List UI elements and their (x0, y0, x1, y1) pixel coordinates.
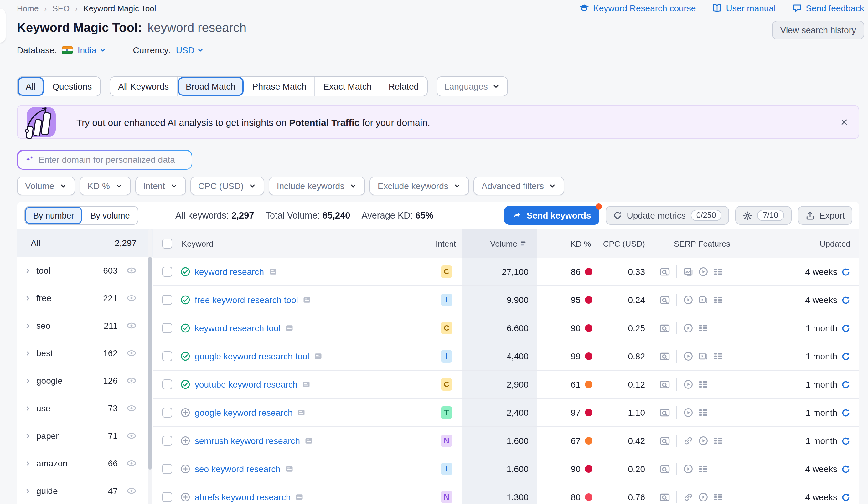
list-icon[interactable] (698, 464, 708, 474)
serp-preview-mini-icon[interactable] (297, 408, 306, 417)
column-cpc[interactable]: CPC (USD) (596, 239, 656, 248)
keyword-link[interactable]: seo keyword research (195, 464, 281, 474)
refresh-icon[interactable] (841, 351, 850, 361)
row-checkbox[interactable] (162, 267, 172, 277)
refresh-icon[interactable] (841, 436, 850, 445)
tab-phrase-match[interactable]: Phrase Match (244, 77, 315, 96)
row-checkbox[interactable] (162, 408, 172, 418)
filter-cpc-usd-[interactable]: CPC (USD) (190, 177, 264, 195)
header-link-send-feedback[interactable]: Send feedback (792, 3, 864, 13)
settings-button[interactable]: 7/10 (735, 206, 791, 225)
toggle-by-volume[interactable]: By volume (82, 207, 138, 224)
sidebar-item-use[interactable]: use73 (17, 395, 153, 422)
eye-icon[interactable] (126, 321, 136, 330)
send-keywords-button[interactable]: Send keywords (504, 206, 599, 225)
row-checkbox[interactable] (162, 379, 172, 389)
database-select[interactable]: India (78, 45, 107, 55)
keyword-link[interactable]: google keyword research (195, 408, 293, 418)
check-circle-icon[interactable] (180, 323, 190, 333)
update-metrics-button[interactable]: Update metrics 0/250 (606, 206, 729, 225)
languages-dropdown[interactable]: Languages (436, 76, 508, 96)
serp-preview-mini-icon[interactable] (285, 464, 294, 473)
serp-preview-mini-icon[interactable] (302, 380, 311, 389)
filter-exclude-keywords[interactable]: Exclude keywords (370, 177, 469, 195)
serp-preview-mini-icon[interactable] (314, 352, 322, 361)
sidebar-scrollbar-thumb[interactable] (148, 257, 152, 470)
list-icon[interactable] (713, 492, 723, 502)
tab-broad-match[interactable]: Broad Match (177, 77, 244, 96)
header-link-keyword-research-course[interactable]: Keyword Research course (579, 3, 696, 13)
row-checkbox[interactable] (162, 436, 172, 446)
link-icon[interactable] (683, 436, 693, 446)
header-link-user-manual[interactable]: User manual (712, 3, 776, 13)
filter-volume[interactable]: Volume (17, 177, 75, 195)
serp-preview-icon[interactable] (660, 464, 670, 474)
check-circle-icon[interactable] (180, 379, 190, 389)
sidebar-item-tool[interactable]: tool603 (17, 257, 153, 284)
refresh-icon[interactable] (841, 464, 850, 474)
refresh-icon[interactable] (841, 492, 850, 502)
row-checkbox[interactable] (162, 351, 172, 361)
keyword-link[interactable]: youtube keyword research (195, 379, 298, 389)
sidebar-item-paper[interactable]: paper71 (17, 422, 153, 450)
domain-input[interactable] (39, 155, 185, 165)
row-checkbox[interactable] (162, 323, 172, 333)
sidebar-item-amazon[interactable]: amazon66 (17, 450, 153, 477)
serp-preview-icon[interactable] (660, 295, 670, 305)
currency-select[interactable]: USD (176, 45, 205, 55)
video-carousel-icon[interactable] (698, 295, 708, 305)
video-icon[interactable] (683, 408, 693, 418)
refresh-icon[interactable] (841, 408, 850, 417)
video-icon[interactable] (683, 351, 693, 361)
eye-icon[interactable] (126, 403, 136, 413)
serp-preview-mini-icon[interactable] (304, 437, 313, 445)
export-button[interactable]: Export (797, 206, 852, 225)
link-icon[interactable] (683, 492, 693, 502)
eye-icon[interactable] (126, 265, 136, 275)
toggle-by-number[interactable]: By number (25, 207, 82, 224)
filter-advanced-filters[interactable]: Advanced filters (474, 177, 565, 195)
plus-circle-icon[interactable] (180, 436, 190, 446)
video-icon[interactable] (683, 464, 693, 474)
video-icon[interactable] (683, 323, 693, 333)
eye-icon[interactable] (126, 376, 136, 386)
plus-circle-icon[interactable] (180, 464, 190, 474)
keyword-link[interactable]: keyword research (195, 267, 264, 277)
eye-icon[interactable] (126, 293, 136, 303)
list-icon[interactable] (713, 351, 723, 361)
tab-all[interactable]: All (18, 77, 44, 96)
sidebar-item-guide[interactable]: guide47 (17, 477, 153, 504)
list-icon[interactable] (713, 295, 723, 305)
serp-preview-icon[interactable] (660, 407, 670, 418)
list-icon[interactable] (713, 267, 723, 277)
sidebar-item-google[interactable]: google126 (17, 367, 153, 395)
eye-icon[interactable] (126, 486, 136, 496)
serp-preview-icon[interactable] (660, 351, 670, 361)
filter-intent[interactable]: Intent (135, 177, 186, 195)
serp-preview-mini-icon[interactable] (295, 493, 304, 502)
serp-preview-icon[interactable] (660, 266, 670, 277)
keyword-link[interactable]: google keyword research tool (195, 351, 309, 361)
keyword-link[interactable]: ahrefs keyword research (195, 492, 291, 502)
tab-related[interactable]: Related (381, 77, 427, 96)
sidebar-item-all[interactable]: All2,297 (17, 229, 153, 257)
sidebar-item-best[interactable]: best162 (17, 339, 153, 367)
keyword-link[interactable]: semrush keyword research (195, 436, 300, 446)
refresh-icon[interactable] (841, 380, 850, 389)
serp-preview-icon[interactable] (660, 492, 670, 502)
serp-preview-icon[interactable] (660, 435, 670, 446)
video-icon[interactable] (698, 492, 708, 502)
row-checkbox[interactable] (162, 464, 172, 474)
serp-preview-mini-icon[interactable] (302, 295, 311, 304)
check-circle-icon[interactable] (180, 267, 190, 277)
refresh-icon[interactable] (841, 267, 850, 276)
serp-preview-mini-icon[interactable] (285, 324, 294, 333)
column-kd[interactable]: KD % (537, 239, 596, 248)
column-updated[interactable]: Updated (752, 239, 859, 248)
video-icon[interactable] (683, 379, 693, 389)
eye-icon[interactable] (126, 348, 136, 358)
side-panel-handle[interactable] (0, 9, 6, 43)
row-checkbox[interactable] (162, 492, 172, 502)
list-icon[interactable] (713, 436, 723, 446)
video-icon[interactable] (683, 295, 693, 305)
